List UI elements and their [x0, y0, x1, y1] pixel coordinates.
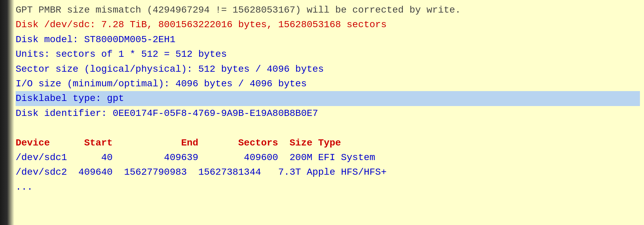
disklabel-line: Disklabel type: gpt: [16, 91, 640, 106]
io-size-line: I/O size (minimum/optimal): 4096 bytes /…: [16, 76, 640, 91]
disk-info-line: Disk /dev/sdc: 7.28 TiB, 8001563222016 b…: [16, 17, 640, 32]
table-header-line: Device Start End Sectors Size Type: [16, 136, 640, 150]
partition2-line: /dev/sdc2 409640 15627790983 15627381344…: [16, 165, 640, 179]
partial-line: ...: [16, 180, 640, 194]
terminal-content: GPT PMBR size mismatch (4294967294 != 15…: [14, 0, 644, 225]
sector-size-line: Sector size (logical/physical): 512 byte…: [16, 62, 640, 76]
disk-identifier-line: Disk identifier: 0EE0174F-05F8-4769-9A9B…: [16, 106, 640, 121]
empty-line: [16, 121, 640, 135]
partition1-line: /dev/sdc1 40 409639 409600 200M EFI Syst…: [16, 150, 640, 165]
warning-line: GPT PMBR size mismatch (4294967294 != 15…: [16, 3, 640, 17]
disklabel-line-wrapper: Disklabel type: gpt: [16, 91, 640, 106]
left-strip: [0, 0, 14, 225]
disk-model-line: Disk model: ST8000DM005-2EH1: [16, 32, 640, 47]
units-line: Units: sectors of 1 * 512 = 512 bytes: [16, 47, 640, 62]
